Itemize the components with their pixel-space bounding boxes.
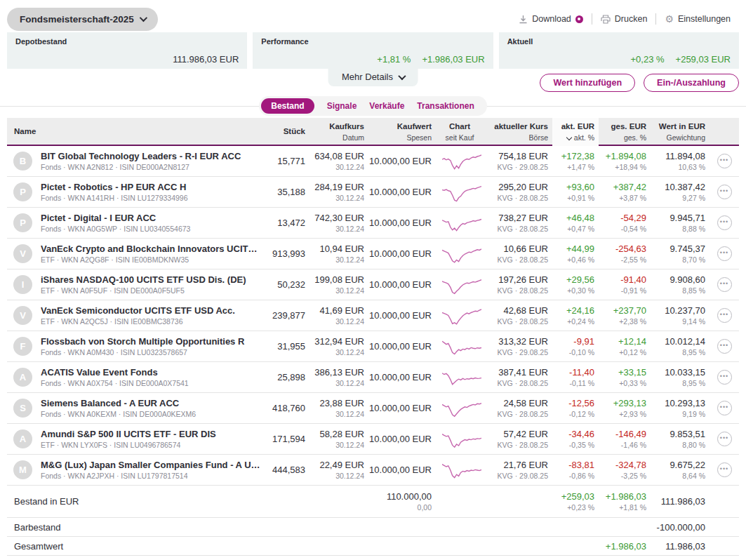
- col-name: Name: [7, 126, 260, 138]
- fund-name-link[interactable]: VanEck Semiconductor UCITS ETF USD Acc.: [41, 305, 260, 316]
- ges-eur-cell: -254,63-2,55 %: [599, 244, 651, 264]
- kaufwert-cell: 10.000,00 EUR: [368, 310, 436, 321]
- row-menu-button[interactable]: •••: [717, 215, 732, 230]
- fund-name-cell: VanEck Semiconductor UCITS ETF USD Acc. …: [35, 305, 260, 326]
- kaufwert-cell: 10.000,00 EUR: [368, 248, 436, 259]
- settings-button[interactable]: ⚙ Einstellungen: [656, 13, 739, 25]
- tab-bestand[interactable]: Bestand: [261, 98, 314, 114]
- fund-name-link[interactable]: Siemens Balanced - A EUR ACC: [41, 398, 260, 408]
- row-menu-button[interactable]: •••: [717, 401, 732, 415]
- ges-eur-cell: -146,49-1,46 %: [599, 429, 651, 449]
- action-buttons: Wert hinzufügen Ein-/Auszahlung: [540, 74, 739, 92]
- col-akt-eur-sorted[interactable]: akt. EUR akt. %: [552, 118, 599, 146]
- kurs-cell: 24,58 EURKVG · 28.08.25: [488, 398, 552, 418]
- gesamtwert-label: Gesamtwert: [7, 541, 260, 552]
- col-ges-eur[interactable]: ges. EURges. %: [599, 121, 651, 144]
- download-icon: [519, 15, 528, 24]
- kaufkurs-cell: 10,94 EUR30.12.24: [309, 244, 368, 264]
- row-menu-button[interactable]: •••: [717, 246, 732, 261]
- kaufwert-cell: 10.000,00 EUR: [368, 403, 436, 413]
- performance-card: Performance +1,81 % +1.986,03 EUR: [253, 32, 493, 69]
- akt-eur-cell: +29,56+0,30 %: [552, 274, 599, 295]
- fund-name-link[interactable]: Amundi S&P 500 II UCITS ETF - EUR DIS: [41, 429, 260, 439]
- totals-wert: 111.986,03: [651, 496, 710, 507]
- kaufwert-cell: 10.000,00 EUR: [368, 434, 436, 444]
- stueck-cell: 25,898: [260, 372, 309, 382]
- tab-signale[interactable]: Signale: [327, 101, 357, 111]
- performance-value: +1.986,03 EUR: [422, 54, 484, 65]
- add-value-button[interactable]: Wert hinzufügen: [540, 74, 635, 92]
- stueck-cell: 13,472: [260, 218, 309, 228]
- sparkline-chart: [436, 429, 488, 450]
- fund-meta: ETF · WKN A2QC5J · ISIN IE00BMC38736: [41, 317, 260, 326]
- row-menu-button[interactable]: •••: [717, 308, 732, 323]
- col-wert[interactable]: Wert in EURGewichtung: [651, 121, 710, 144]
- row-menu-button[interactable]: •••: [717, 185, 732, 199]
- row-menu-button[interactable]: •••: [717, 370, 732, 385]
- wert-cell: 11.894,0810,63 %: [651, 151, 710, 171]
- fund-name-link[interactable]: VanEck Crypto and Blockchain Innovators …: [41, 244, 260, 254]
- sparkline-chart: [436, 398, 488, 419]
- fund-name-link[interactable]: Flossbach von Storch Multiple Opportunit…: [41, 336, 260, 347]
- fund-name-link[interactable]: iShares NASDAQ-100 UCITS ETF USD Dis. (D…: [41, 274, 260, 285]
- row-menu-button[interactable]: •••: [717, 432, 732, 446]
- row-menu-button[interactable]: •••: [717, 277, 732, 292]
- table-row: B BIT Global Technology Leaders - R-I EU…: [7, 146, 739, 177]
- akt-eur-cell: +44,99+0,46 %: [552, 244, 599, 264]
- fund-name-link[interactable]: BIT Global Technology Leaders - R-I EUR …: [41, 151, 260, 161]
- stueck-cell: 444,583: [260, 465, 309, 475]
- akt-eur-cell: -83,81-0,86 %: [552, 460, 599, 480]
- fund-name-link[interactable]: ACATIS Value Event Fonds: [41, 367, 260, 378]
- wert-cell: 9.945,718,88 %: [651, 213, 710, 233]
- fund-avatar: P: [13, 213, 32, 232]
- portfolio-selector[interactable]: Fondsmeisterschaft-2025: [7, 8, 158, 31]
- fund-name-cell: M&G (Lux) Japan Smaller Companies Fund -…: [35, 460, 260, 480]
- wert-cell: 10.033,158,95 %: [651, 367, 710, 387]
- akt-eur-cell: -12,56-0,12 %: [552, 398, 599, 418]
- kaufkurs-cell: 58,28 EUR30.12.24: [309, 429, 368, 449]
- kaufwert-cell: 10.000,00 EUR: [368, 218, 436, 228]
- col-kaufkurs[interactable]: KaufkursDatum: [309, 121, 368, 144]
- kaufkurs-cell: 634,08 EUR30.12.24: [309, 151, 368, 171]
- fund-name-link[interactable]: M&G (Lux) Japan Smaller Companies Fund -…: [41, 460, 260, 470]
- kurs-cell: 10,66 EURKVG · 28.08.25: [488, 244, 552, 264]
- fund-name-link[interactable]: Pictet - Digital - I EUR ACC: [41, 213, 260, 223]
- chevron-down-icon: [399, 72, 406, 79]
- cash-in-out-button[interactable]: Ein-/Auszahlung: [644, 74, 739, 92]
- stueck-cell: 239,877: [260, 310, 309, 321]
- kurs-cell: 42,68 EURKVG · 28.08.25: [488, 305, 552, 326]
- tab-verkaeufe[interactable]: Verkäufe: [369, 101, 404, 111]
- fund-meta: ETF · WKN A2QG8F · ISIN IE00BMDKNW35: [41, 255, 260, 264]
- table-row: P Pictet - Robotics - HP EUR ACC H Fonds…: [7, 177, 739, 208]
- fund-name-cell: Siemens Balanced - A EUR ACC Fonds · WKN…: [35, 398, 260, 418]
- sparkline-chart: [436, 336, 488, 357]
- stueck-cell: 913,993: [260, 248, 309, 259]
- col-stueck[interactable]: Stück: [260, 126, 309, 138]
- print-label: Drucken: [615, 14, 648, 24]
- fund-name-link[interactable]: Pictet - Robotics - HP EUR ACC H: [41, 182, 260, 192]
- table-body: B BIT Global Technology Leaders - R-I EU…: [7, 146, 739, 486]
- row-menu-button[interactable]: •••: [717, 462, 732, 477]
- table-row: A Amundi S&P 500 II UCITS ETF - EUR DIS …: [7, 424, 739, 455]
- row-menu-button[interactable]: •••: [717, 154, 732, 168]
- col-kurs[interactable]: aktueller KursBörse: [488, 121, 552, 144]
- row-menu-button[interactable]: •••: [717, 339, 732, 354]
- fund-name-cell: Pictet - Robotics - HP EUR ACC H Fonds ·…: [35, 182, 260, 202]
- printer-icon: [601, 15, 611, 24]
- stueck-cell: 50,232: [260, 279, 309, 290]
- ges-eur-cell: -324,78-3,25 %: [599, 460, 651, 480]
- fund-avatar: A: [13, 368, 32, 387]
- wert-cell: 9.675,228,64 %: [651, 460, 710, 480]
- download-button[interactable]: Download: [510, 14, 592, 24]
- stueck-cell: 35,188: [260, 187, 309, 197]
- print-button[interactable]: Drucken: [592, 14, 656, 24]
- wert-cell: 10.012,148,95 %: [651, 336, 710, 356]
- sparkline-chart: [436, 151, 488, 172]
- more-details-toggle[interactable]: Mehr Details: [328, 69, 418, 86]
- col-kaufwert[interactable]: KaufwertSpesen: [368, 121, 436, 144]
- totals-row-barbestand: Barbestand -100.000,00: [7, 518, 739, 537]
- fund-meta: Fonds · WKN A0M430 · ISIN LU0323578657: [41, 348, 260, 356]
- sparkline-chart: [436, 274, 488, 295]
- today-value: +259,03 EUR: [676, 54, 731, 65]
- tab-transaktionen[interactable]: Transaktionen: [417, 101, 474, 111]
